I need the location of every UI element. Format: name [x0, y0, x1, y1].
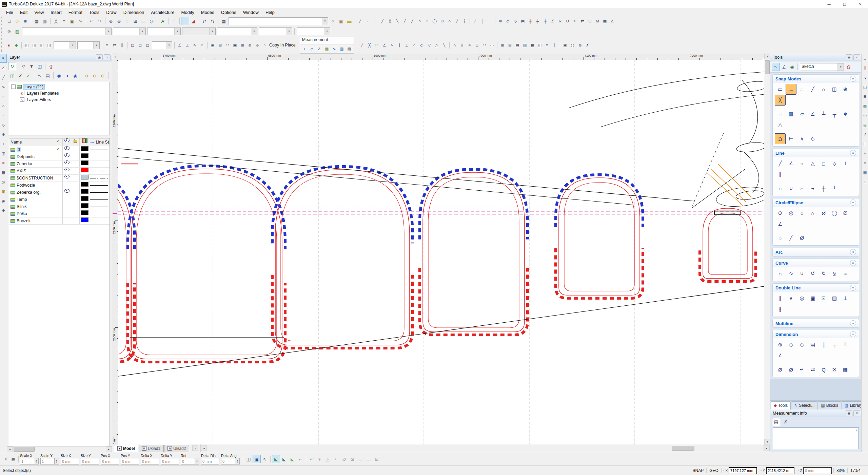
- select-icon[interactable]: ↖: [0, 54, 7, 63]
- layer-tree-item[interactable]: {}LayersTemplates: [19, 90, 109, 96]
- layer-name-cell[interactable]: Zeberka: [9, 160, 54, 167]
- collapse-icon[interactable]: «: [850, 76, 856, 82]
- plus-r-icon[interactable]: ⊕: [862, 177, 868, 186]
- expand-icon[interactable]: «: [850, 249, 856, 255]
- block-3-icon[interactable]: ◫: [38, 41, 45, 49]
- edit-node-icon[interactable]: ∠: [0, 63, 7, 72]
- dim-chain-icon[interactable]: ╨: [840, 339, 851, 350]
- chevron-down-icon[interactable]: ▾: [322, 18, 328, 25]
- d2-icon[interactable]: △: [324, 455, 332, 463]
- menu-architecture[interactable]: Architecture: [147, 8, 178, 16]
- maximize-button[interactable]: □: [837, 0, 852, 8]
- save-icon[interactable]: ■: [21, 17, 29, 25]
- view-3-icon[interactable]: ⊕: [576, 41, 584, 49]
- pin-icon[interactable]: ◉: [96, 54, 103, 60]
- snap-circ3-icon[interactable]: ◯: [431, 17, 438, 25]
- magnet-t-icon[interactable]: Ω: [473, 41, 481, 49]
- snap-grid-icon[interactable]: ∷: [775, 109, 786, 119]
- combo-box[interactable]: ▾: [77, 41, 100, 49]
- palette-tab-selecti[interactable]: ↖Selecti...: [791, 401, 817, 410]
- snap-circ-icon[interactable]: ○: [416, 17, 423, 25]
- menu-tools[interactable]: Tools: [86, 8, 103, 16]
- field-input[interactable]: 0 mm: [201, 458, 219, 464]
- column-name[interactable]: Name: [9, 138, 54, 146]
- dline-segment-icon[interactable]: ∥: [775, 293, 786, 304]
- ellipse-icon[interactable]: ◌: [775, 232, 786, 243]
- grid-dots-icon[interactable]: ∷: [170, 17, 178, 25]
- dim-smart-icon[interactable]: ⊕: [775, 339, 786, 350]
- collapse-icon[interactable]: «: [850, 285, 856, 291]
- tolerance-tool-icon[interactable]: ⊕: [0, 206, 7, 215]
- dim-dleader-icon[interactable]: ⇄: [579, 17, 586, 25]
- circle-center-icon[interactable]: ⊙: [775, 208, 786, 218]
- block-4-icon[interactable]: ◫: [45, 41, 53, 49]
- close-button[interactable]: ×: [852, 0, 868, 8]
- combo-box[interactable]: ▾: [152, 41, 172, 49]
- layer-name-cell[interactable]: Podwozie: [9, 182, 54, 189]
- layer-color-cell[interactable]: [80, 182, 90, 189]
- layer-color-cell[interactable]: [80, 203, 90, 210]
- layer-active-cell[interactable]: [54, 203, 63, 210]
- snap-cross-icon[interactable]: ╳: [386, 17, 394, 25]
- layer-tree-root[interactable]: −Layer (11): [10, 83, 109, 90]
- layer-active-cell[interactable]: [54, 160, 63, 167]
- zoom-dynamic-icon[interactable]: ◌: [123, 17, 131, 25]
- close-icon[interactable]: ×: [853, 54, 860, 60]
- column-visible-icon[interactable]: [63, 138, 71, 146]
- layer-lock-cell[interactable]: [71, 153, 80, 160]
- snap-seg-icon[interactable]: ╱: [379, 17, 386, 25]
- hatch-tool-icon[interactable]: ⊗: [0, 130, 7, 139]
- arc-t1-icon[interactable]: ∩: [451, 41, 458, 49]
- circle-diameter-icon[interactable]: Ø: [818, 208, 829, 218]
- parallel-t-icon[interactable]: ∥: [396, 41, 403, 49]
- refresh-layers-icon[interactable]: ↻: [8, 62, 16, 70]
- layers-stack-icon[interactable]: ◫: [36, 62, 44, 70]
- net-tool-icon[interactable]: ▦: [0, 168, 7, 177]
- snap-quadrant-icon[interactable]: ⊕: [840, 84, 851, 95]
- field-input[interactable]: 0: [181, 458, 195, 464]
- menu-format[interactable]: Format: [65, 8, 86, 16]
- line-tool-icon[interactable]: ╱: [0, 73, 7, 82]
- layer-name-cell[interactable]: Silnik: [9, 203, 54, 210]
- chevron-down-icon[interactable]: ▾: [837, 63, 844, 71]
- combo-box[interactable]: ▾: [22, 27, 112, 35]
- circle-arc-icon[interactable]: ∩: [807, 208, 818, 218]
- pick-arrow-icon[interactable]: ↘: [862, 73, 868, 82]
- polyline-tool-icon[interactable]: ∿: [0, 82, 7, 91]
- dim-radius-icon[interactable]: R: [556, 17, 564, 25]
- dim-angular-icon[interactable]: ∠: [775, 350, 786, 361]
- point-tool-icon[interactable]: ∙: [0, 111, 7, 120]
- d5-icon[interactable]: ⊠: [348, 455, 356, 463]
- paste-workplane-icon[interactable]: ⇆: [209, 17, 217, 25]
- line-perp-icon[interactable]: ⊥: [840, 158, 851, 169]
- layer-color-cell[interactable]: [80, 168, 90, 174]
- collapse-icon[interactable]: «: [850, 200, 856, 206]
- snap-rail-icon[interactable]: ⊢: [786, 133, 796, 144]
- x-coordinate[interactable]: ▫X7197,127 mm: [723, 467, 757, 474]
- curve-spline-icon[interactable]: ∿: [786, 268, 796, 279]
- menu-options[interactable]: Options: [218, 8, 240, 16]
- zoom-in-icon[interactable]: ⊕: [107, 17, 115, 25]
- field-input[interactable]: 0 mm: [61, 458, 79, 464]
- mi-clear-icon[interactable]: ✗: [782, 418, 790, 426]
- snap-l1-icon[interactable]: ╱: [401, 17, 409, 25]
- layer-active-cell[interactable]: [54, 217, 63, 224]
- expand-icon[interactable]: −: [11, 84, 16, 89]
- combo-box[interactable]: ▾: [297, 27, 330, 35]
- snap-divide-icon[interactable]: △: [775, 119, 786, 130]
- spinner[interactable]: ▲▼: [55, 458, 59, 464]
- combo-box[interactable]: ▾: [259, 27, 292, 35]
- d7-icon[interactable]: ▭: [364, 455, 373, 463]
- tri-up-icon[interactable]: △: [433, 41, 440, 49]
- drawing-canvas[interactable]: [118, 60, 764, 444]
- layer-lock-cell[interactable]: [71, 203, 80, 210]
- measure-area-icon[interactable]: ▦: [323, 45, 331, 53]
- mod-green-icon[interactable]: ◆: [13, 41, 20, 49]
- layer-row[interactable]: Zeberka org.: [9, 189, 110, 196]
- column-linestyle[interactable]: ---Line St..: [90, 140, 110, 145]
- field-input[interactable]: 0 mm: [81, 458, 99, 464]
- tri-down-icon[interactable]: ▽: [426, 41, 433, 49]
- snap-arc-icon[interactable]: ∩: [446, 17, 453, 25]
- measure-angle-icon[interactable]: ∠: [316, 45, 323, 53]
- snap-l2-icon[interactable]: ╱: [409, 17, 416, 25]
